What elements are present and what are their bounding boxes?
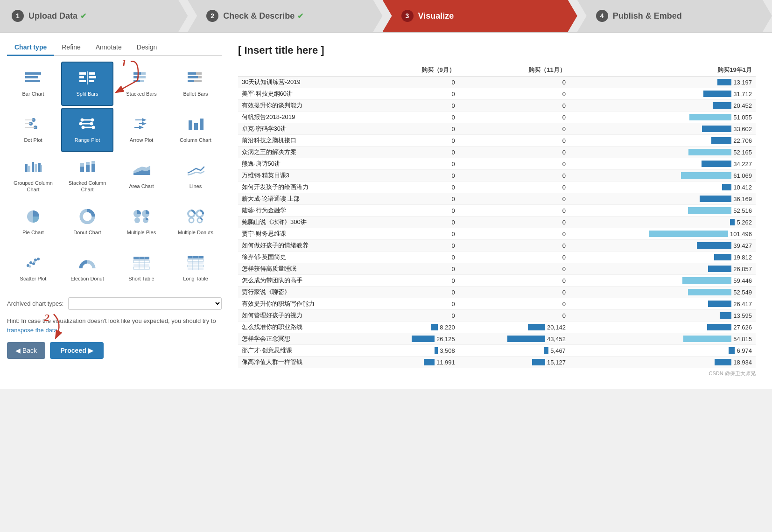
chart-item-scatter-plot[interactable]: Scatter Plot — [7, 246, 59, 291]
svg-rect-8 — [79, 80, 86, 82]
chart-item-arrow-plot[interactable]: Arrow Plot — [115, 108, 168, 152]
chart-item-dot-plot[interactable]: Dot Plot — [7, 108, 59, 152]
svg-rect-89 — [188, 259, 204, 261]
step-3[interactable]: 3 Visualize — [383, 0, 577, 32]
back-button[interactable]: ◀ Back — [7, 342, 45, 359]
chart-grid: Bar Chart Split Ba — [7, 62, 222, 291]
chart-item-pie-chart[interactable]: Pie Chart — [7, 200, 59, 245]
tab-refine[interactable]: Refine — [54, 40, 88, 56]
chart-item-area-chart[interactable]: Area Chart — [115, 154, 168, 198]
row-label: 怎样获得高质量睡眠 — [238, 263, 373, 275]
row-label: 徐弃郁·英国简史 — [238, 252, 373, 263]
row-col2: 0 — [459, 182, 569, 193]
stacked-column-icon — [78, 159, 96, 178]
row-col2: 0 — [459, 112, 569, 123]
svg-point-75 — [29, 261, 32, 264]
chart-item-bullet-bars[interactable]: Bullet Bars — [169, 62, 222, 106]
svg-point-78 — [37, 258, 40, 260]
dot-plot-label: Dot Plot — [24, 137, 42, 143]
chart-item-short-table[interactable]: Short Table — [115, 246, 168, 291]
arrow-plot-label: Arrow Plot — [130, 137, 154, 143]
table-row: 鲍鹏山说《水浒》300讲005,262 — [238, 217, 756, 228]
row-col1: 3,508 — [373, 345, 459, 357]
step-4[interactable]: 4 Publish & Embed — [577, 0, 772, 32]
row-col1: 0 — [373, 147, 459, 158]
hint-link[interactable]: transpose the data — [7, 327, 57, 334]
chart-item-stacked-column[interactable]: Stacked Column Chart — [61, 154, 113, 198]
row-col1: 0 — [373, 100, 459, 112]
step-1-check: ✔ — [80, 12, 86, 21]
chart-item-election-donut[interactable]: Election Donut — [61, 246, 113, 291]
row-col2: 0 — [459, 158, 569, 170]
svg-rect-1 — [25, 72, 41, 75]
row-label: 怎样学会正念冥想 — [238, 333, 373, 345]
chart-item-column-chart[interactable]: Column Chart — [169, 108, 222, 152]
chart-item-multiple-pies[interactable]: Multiple Pies — [115, 200, 168, 245]
proceed-button[interactable]: Proceed ▶ — [50, 342, 103, 359]
chart-item-lines[interactable]: Lines — [169, 154, 222, 198]
row-col1: 0 — [373, 275, 459, 287]
svg-rect-45 — [194, 123, 198, 130]
multiple-pies-icon — [133, 209, 150, 228]
tab-chart-type[interactable]: Chart type — [7, 40, 54, 56]
chart-item-grouped-column[interactable]: Grouped Column Chart — [7, 154, 59, 198]
chart-item-split-bars[interactable]: Split Bars — [61, 62, 113, 106]
svg-rect-49 — [32, 162, 34, 172]
chart-item-stacked-bars[interactable]: Stacked Bars — [115, 62, 168, 106]
short-table-label: Short Table — [128, 275, 154, 282]
table-row: 有效提升你的谈判能力0020,452 — [238, 100, 756, 112]
svg-point-36 — [82, 126, 85, 129]
lines-label: Lines — [189, 183, 202, 189]
tab-design[interactable]: Design — [129, 40, 165, 56]
watermark: CSDN @保卫大师兄 — [238, 370, 756, 377]
archived-label: Archived chart types: — [7, 300, 63, 307]
steps-bar: 1 Upload Data ✔ 2 Check & Describe ✔ 3 V… — [0, 0, 772, 33]
archived-select[interactable] — [68, 297, 222, 310]
svg-rect-57 — [91, 164, 95, 172]
step-3-label: Visualize — [418, 11, 454, 21]
chart-item-range-plot[interactable]: Range Plot — [61, 108, 113, 152]
svg-rect-51 — [38, 163, 41, 172]
chart-item-bar-chart[interactable]: Bar Chart — [7, 62, 59, 106]
svg-rect-54 — [80, 163, 84, 167]
chart-item-long-table[interactable]: Long Table — [169, 246, 222, 291]
svg-rect-55 — [86, 165, 90, 172]
svg-point-67 — [190, 212, 193, 215]
proceed-button-wrapper: 2 ◀ Back Proceed ▶ — [7, 342, 104, 359]
step-3-number: 3 — [401, 10, 414, 22]
tab-annotate[interactable]: Annotate — [88, 40, 129, 56]
svg-point-37 — [92, 126, 95, 129]
row-label: 薪大成·论语通读 上部 — [238, 193, 373, 205]
row-label: 邵广才·创意思维课 — [238, 345, 373, 357]
row-col3: 27,626 — [569, 322, 756, 333]
row-col2: 0 — [459, 310, 569, 322]
svg-rect-85 — [133, 267, 149, 269]
row-col3: 59,446 — [569, 275, 756, 287]
bullet-bars-label: Bullet Bars — [183, 91, 208, 97]
col-header-nov: 购买（11月） — [459, 64, 569, 77]
table-row: 怎么找准你的职业路线8,22020,14227,626 — [238, 322, 756, 333]
dot-plot-icon — [24, 117, 42, 135]
row-col3: 39,427 — [569, 240, 756, 252]
svg-rect-7 — [89, 76, 96, 78]
row-col1: 0 — [373, 287, 459, 298]
bullet-bars-icon — [187, 70, 204, 89]
scatter-plot-label: Scatter Plot — [20, 275, 47, 282]
step-2[interactable]: 2 Check & Describe ✔ — [188, 0, 382, 32]
svg-rect-44 — [189, 120, 192, 130]
svg-rect-16 — [140, 80, 144, 82]
svg-rect-4 — [79, 72, 86, 75]
table-row: 薪大成·论语通读 上部0036,169 — [238, 193, 756, 205]
table-row: 像高净值人群一样管钱11,99115,12718,934 — [238, 357, 756, 368]
svg-rect-11 — [133, 72, 141, 75]
row-col2: 20,142 — [459, 322, 569, 333]
step-1[interactable]: 1 Upload Data ✔ — [0, 0, 188, 32]
row-col2: 0 — [459, 193, 569, 205]
row-col1: 11,991 — [373, 357, 459, 368]
svg-rect-6 — [79, 76, 84, 78]
chart-item-multiple-donuts[interactable]: Multiple Donuts — [169, 200, 222, 245]
col-header-sep: 购买（9月） — [373, 64, 459, 77]
svg-rect-5 — [89, 72, 95, 75]
chart-item-donut-chart[interactable]: Donut Chart — [61, 200, 113, 245]
lines-icon — [187, 163, 204, 182]
